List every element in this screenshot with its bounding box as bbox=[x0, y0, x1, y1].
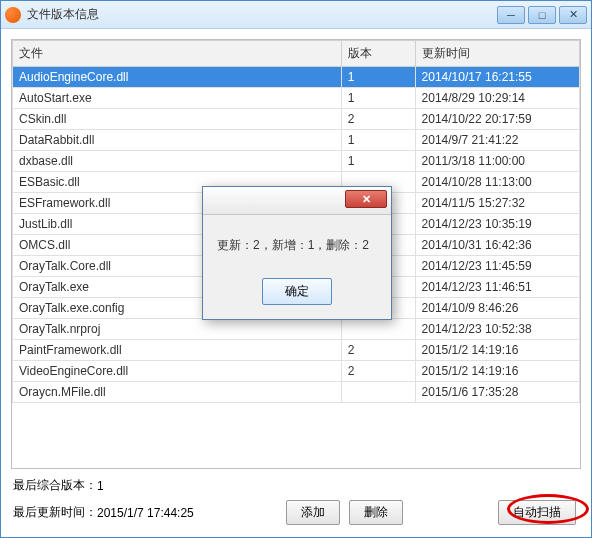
cell-file: AutoStart.exe bbox=[13, 88, 342, 109]
minimize-button[interactable]: ─ bbox=[497, 6, 525, 24]
cell-time: 2014/10/22 20:17:59 bbox=[415, 109, 579, 130]
last-version-label: 最后综合版本： bbox=[13, 477, 97, 494]
cell-file: VideoEngineCore.dll bbox=[13, 361, 342, 382]
window-title: 文件版本信息 bbox=[27, 6, 497, 23]
cell-time: 2015/1/2 14:19:16 bbox=[415, 361, 579, 382]
cell-file: OrayTalk.nrproj bbox=[13, 319, 342, 340]
table-row[interactable]: Oraycn.MFile.dll2015/1/6 17:35:28 bbox=[13, 382, 580, 403]
cell-time: 2014/12/23 10:52:38 bbox=[415, 319, 579, 340]
last-update-label: 最后更新时间： bbox=[13, 504, 97, 521]
header-time[interactable]: 更新时间 bbox=[415, 41, 579, 67]
app-icon bbox=[5, 7, 21, 23]
cell-time: 2014/8/29 10:29:14 bbox=[415, 88, 579, 109]
table-row[interactable]: dxbase.dll12011/3/18 11:00:00 bbox=[13, 151, 580, 172]
close-button[interactable]: ✕ bbox=[559, 6, 587, 24]
cell-time: 2014/12/23 11:45:59 bbox=[415, 256, 579, 277]
cell-version: 2 bbox=[341, 361, 415, 382]
cell-file: PaintFramework.dll bbox=[13, 340, 342, 361]
table-row[interactable]: AudioEngineCore.dll12014/10/17 16:21:55 bbox=[13, 67, 580, 88]
cell-version: 1 bbox=[341, 130, 415, 151]
cell-time: 2014/12/23 10:35:19 bbox=[415, 214, 579, 235]
dialog-titlebar: ✕ bbox=[203, 187, 391, 215]
table-row[interactable]: VideoEngineCore.dll22015/1/2 14:19:16 bbox=[13, 361, 580, 382]
window-controls: ─ □ ✕ bbox=[497, 6, 587, 24]
cell-time: 2014/9/7 21:41:22 bbox=[415, 130, 579, 151]
cell-time: 2014/10/31 16:42:36 bbox=[415, 235, 579, 256]
last-version-line: 最后综合版本： 1 bbox=[13, 477, 579, 494]
table-row[interactable]: DataRabbit.dll12014/9/7 21:41:22 bbox=[13, 130, 580, 151]
cell-time: 2014/10/28 11:13:00 bbox=[415, 172, 579, 193]
header-version[interactable]: 版本 bbox=[341, 41, 415, 67]
table-row[interactable]: OrayTalk.nrproj2014/12/23 10:52:38 bbox=[13, 319, 580, 340]
cell-version: 1 bbox=[341, 151, 415, 172]
cell-file: Oraycn.MFile.dll bbox=[13, 382, 342, 403]
footer-center-buttons: 添加 删除 bbox=[194, 500, 495, 525]
scan-button-wrap: 自动扫描 bbox=[495, 500, 579, 525]
dialog-footer: 确定 bbox=[203, 272, 391, 319]
cell-version bbox=[341, 319, 415, 340]
add-button[interactable]: 添加 bbox=[286, 500, 340, 525]
table-header-row: 文件 版本 更新时间 bbox=[13, 41, 580, 67]
maximize-button[interactable]: □ bbox=[528, 6, 556, 24]
cell-version: 2 bbox=[341, 109, 415, 130]
last-version-value: 1 bbox=[97, 479, 104, 493]
cell-time: 2014/10/9 8:46:26 bbox=[415, 298, 579, 319]
last-update-line: 最后更新时间： 2015/1/7 17:44:25 添加 删除 自动扫描 bbox=[13, 500, 579, 525]
cell-time: 2014/11/5 15:27:32 bbox=[415, 193, 579, 214]
cell-file: dxbase.dll bbox=[13, 151, 342, 172]
cell-time: 2014/10/17 16:21:55 bbox=[415, 67, 579, 88]
cell-version: 1 bbox=[341, 88, 415, 109]
dialog-close-button[interactable]: ✕ bbox=[345, 190, 387, 208]
cell-version: 2 bbox=[341, 340, 415, 361]
cell-version: 1 bbox=[341, 67, 415, 88]
footer: 最后综合版本： 1 最后更新时间： 2015/1/7 17:44:25 添加 删… bbox=[11, 469, 581, 527]
cell-time: 2011/3/18 11:00:00 bbox=[415, 151, 579, 172]
dialog-ok-button[interactable]: 确定 bbox=[262, 278, 332, 305]
auto-scan-button[interactable]: 自动扫描 bbox=[498, 500, 576, 525]
cell-time: 2015/1/6 17:35:28 bbox=[415, 382, 579, 403]
table-row[interactable]: PaintFramework.dll22015/1/2 14:19:16 bbox=[13, 340, 580, 361]
delete-button[interactable]: 删除 bbox=[349, 500, 403, 525]
cell-file: CSkin.dll bbox=[13, 109, 342, 130]
cell-time: 2015/1/2 14:19:16 bbox=[415, 340, 579, 361]
cell-file: AudioEngineCore.dll bbox=[13, 67, 342, 88]
last-update-value: 2015/1/7 17:44:25 bbox=[97, 506, 194, 520]
table-row[interactable]: AutoStart.exe12014/8/29 10:29:14 bbox=[13, 88, 580, 109]
dialog-message: 更新：2，新增：1，删除：2 bbox=[203, 215, 391, 272]
cell-file: DataRabbit.dll bbox=[13, 130, 342, 151]
cell-version bbox=[341, 382, 415, 403]
cell-time: 2014/12/23 11:46:51 bbox=[415, 277, 579, 298]
message-dialog: ✕ 更新：2，新增：1，删除：2 确定 bbox=[202, 186, 392, 320]
header-file[interactable]: 文件 bbox=[13, 41, 342, 67]
table-row[interactable]: CSkin.dll22014/10/22 20:17:59 bbox=[13, 109, 580, 130]
titlebar: 文件版本信息 ─ □ ✕ bbox=[1, 1, 591, 29]
